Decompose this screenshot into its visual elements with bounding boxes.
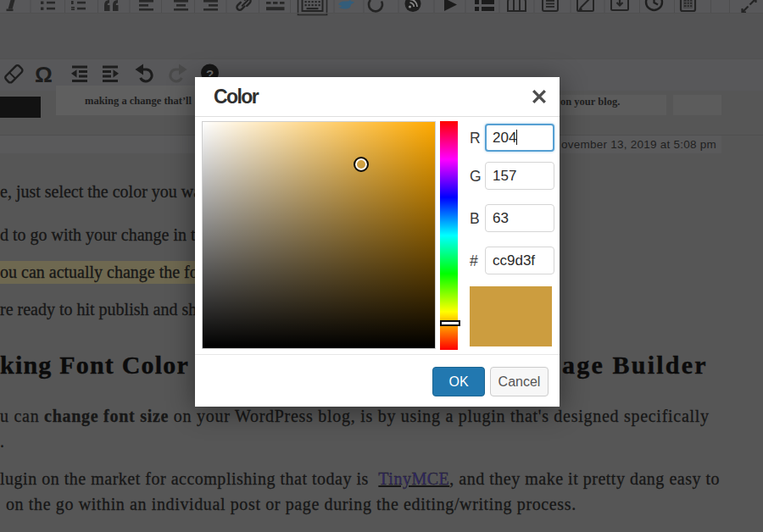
svg-text:Ω: Ω bbox=[35, 62, 53, 86]
